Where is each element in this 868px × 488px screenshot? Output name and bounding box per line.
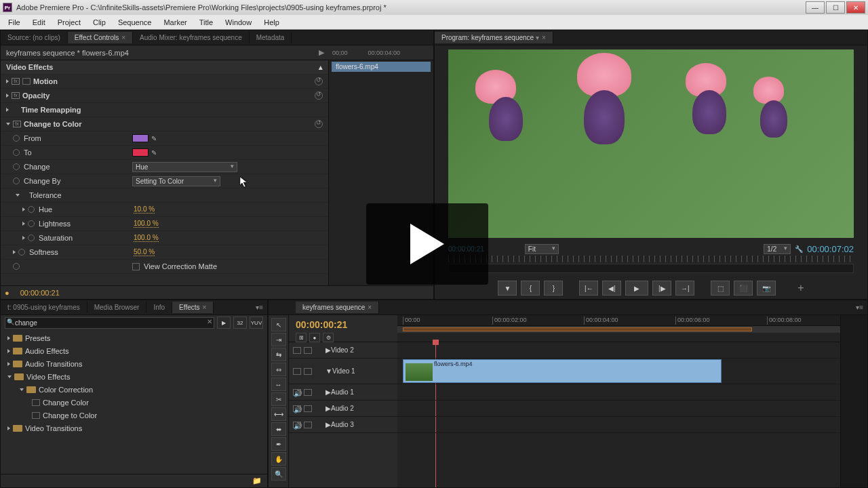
export-frame-button[interactable]: 📷	[757, 281, 776, 296]
stopwatch-icon[interactable]	[13, 163, 20, 170]
minimize-button[interactable]: —	[806, 1, 825, 14]
stopwatch-icon[interactable]	[13, 178, 20, 184]
add-marker-button[interactable]: ▼	[498, 281, 517, 296]
tab-audio-mixer[interactable]: Audio Mixer: keyframes sequence	[133, 32, 250, 43]
effects-search-input[interactable]: 🔍 change ✕	[5, 317, 214, 329]
tab-project[interactable]: t: 0905-using keyframes	[1, 302, 87, 313]
step-forward-button[interactable]: |▶	[652, 281, 671, 296]
lightness-value[interactable]: 100.0 %	[134, 220, 159, 228]
program-fit-dropdown[interactable]: Fit	[525, 244, 559, 254]
close-button[interactable]: ✕	[846, 1, 865, 14]
prop-tolerance[interactable]: Tolerance	[1, 188, 328, 203]
slip-tool[interactable]: ⟷	[271, 407, 286, 421]
track-audio2[interactable]	[397, 401, 840, 417]
eye-icon[interactable]	[293, 347, 301, 354]
folder-color-correction[interactable]: Color Correction	[1, 383, 267, 396]
view-matte-checkbox[interactable]	[132, 263, 140, 270]
maximize-button[interactable]: ☐	[826, 1, 845, 14]
reset-icon[interactable]	[315, 77, 323, 85]
ripple-edit-tool[interactable]: ⇆	[271, 348, 286, 361]
menu-title[interactable]: Title	[194, 17, 218, 28]
fx-badge-button[interactable]: ▶	[217, 317, 231, 329]
effect-opacity[interactable]: fx Opacity	[1, 89, 328, 103]
folder-audio-effects[interactable]: Audio Effects	[1, 344, 267, 357]
rate-stretch-tool[interactable]: ↔	[271, 378, 286, 391]
32bit-badge-button[interactable]: 32	[233, 317, 247, 329]
track-header-audio2[interactable]: 🔊▶ Audio 2	[289, 401, 397, 417]
saturation-value[interactable]: 100.0 %	[134, 234, 159, 242]
eyedropper-icon[interactable]: ✎	[151, 149, 158, 156]
tab-program[interactable]: Program: keyframes sequence ▾×	[435, 32, 553, 43]
track-audio1[interactable]	[397, 384, 840, 401]
tab-effects[interactable]: Effects×	[172, 302, 214, 313]
wrench-icon[interactable]: 🔧	[795, 245, 803, 253]
speaker-icon[interactable]: 🔊	[293, 405, 301, 412]
rolling-edit-tool[interactable]: ⇔	[271, 363, 286, 376]
tab-effect-controls[interactable]: Effect Controls×	[68, 32, 133, 43]
effect-time-remapping[interactable]: Time Remapping	[1, 103, 328, 117]
eyedropper-icon[interactable]: ✎	[151, 135, 158, 142]
panel-menu-icon[interactable]: ▾≡	[256, 304, 263, 311]
pen-tool[interactable]: ✒	[271, 437, 286, 451]
go-to-in-button[interactable]: |←	[579, 281, 598, 296]
ec-timecode[interactable]: 00:00:00:21	[9, 289, 60, 297]
stopwatch-icon[interactable]	[28, 220, 35, 227]
stopwatch-icon[interactable]	[18, 249, 25, 256]
timeline-timecode[interactable]: 00:00:00:21	[296, 319, 391, 330]
stopwatch-icon[interactable]	[13, 263, 20, 270]
hand-tool[interactable]: ✋	[271, 452, 286, 466]
tab-media-browser[interactable]: Media Browser	[87, 302, 147, 313]
yuv-badge-button[interactable]: YUV	[250, 317, 263, 329]
change-dropdown[interactable]: Hue	[132, 162, 237, 172]
effect-change-color[interactable]: Change Color	[1, 396, 267, 409]
track-header-audio1[interactable]: 🔊▶ Audio 1	[289, 384, 397, 401]
menu-sequence[interactable]: Sequence	[113, 17, 157, 28]
from-color-swatch[interactable]	[132, 134, 149, 142]
clear-search-icon[interactable]: ✕	[207, 318, 212, 325]
clip-flowers[interactable]: flowers-6.mp4	[403, 359, 722, 383]
timeline-ruler[interactable]: 00:00 00:00:02:00 00:00:04:00 00:00:06:0…	[397, 315, 840, 326]
stopwatch-icon[interactable]	[13, 149, 20, 156]
effect-change-to-color[interactable]: fx Change to Color	[1, 117, 328, 131]
track-audio3[interactable]	[397, 417, 840, 433]
track-header-video1[interactable]: ▼ Video 1	[289, 359, 397, 384]
speaker-icon[interactable]: 🔊	[293, 422, 301, 428]
zoom-tool[interactable]: 🔍	[271, 467, 286, 481]
video-play-overlay[interactable]	[366, 203, 488, 285]
speaker-icon[interactable]: 🔊	[293, 389, 301, 396]
tab-source[interactable]: Source: (no clips)	[1, 32, 68, 43]
track-select-tool[interactable]: ⇥	[271, 333, 286, 346]
tab-timeline-sequence[interactable]: keyframes sequence×	[296, 302, 379, 313]
mark-out-button[interactable]: }	[544, 281, 563, 296]
program-zoom-dropdown[interactable]: 1/2	[764, 244, 791, 254]
snap-icon[interactable]: ⊞	[296, 333, 307, 342]
program-scrub-bar[interactable]	[448, 264, 854, 273]
step-back-button[interactable]: ◀|	[602, 281, 621, 296]
softness-value[interactable]: 50.0 %	[134, 248, 155, 256]
mark-in-button[interactable]: {	[521, 281, 540, 296]
track-video1[interactable]: flowers-6.mp4	[397, 359, 840, 384]
panel-menu-icon[interactable]: ▾≡	[856, 304, 863, 311]
menu-help[interactable]: Help	[258, 17, 285, 28]
tab-info[interactable]: Info	[146, 302, 172, 313]
menu-window[interactable]: Window	[220, 17, 257, 28]
menu-file[interactable]: File	[3, 17, 26, 28]
tab-metadata[interactable]: Metadata	[250, 32, 292, 43]
change-by-dropdown[interactable]: Setting To Color	[132, 176, 220, 186]
folder-audio-transitions[interactable]: Audio Transitions	[1, 357, 267, 370]
reset-icon[interactable]	[315, 120, 323, 128]
track-video2[interactable]	[397, 342, 840, 359]
ec-clip-bar[interactable]: flowers-6.mp4	[332, 62, 431, 72]
settings-icon[interactable]: ⚙	[323, 333, 334, 342]
to-color-swatch[interactable]	[132, 148, 149, 157]
stopwatch-icon[interactable]	[28, 235, 35, 241]
track-header-video2[interactable]: ▶ Video 2	[289, 342, 397, 359]
marker-icon[interactable]: ●	[309, 333, 320, 342]
stopwatch-icon[interactable]	[13, 135, 20, 142]
reset-icon[interactable]	[315, 92, 323, 100]
lift-button[interactable]: ⬚	[711, 281, 730, 296]
track-header-audio3[interactable]: 🔊▶ Audio 3	[289, 417, 397, 433]
effect-change-to-color[interactable]: Change to Color	[1, 409, 267, 422]
menu-clip[interactable]: Clip	[87, 17, 111, 28]
menu-marker[interactable]: Marker	[158, 17, 192, 28]
